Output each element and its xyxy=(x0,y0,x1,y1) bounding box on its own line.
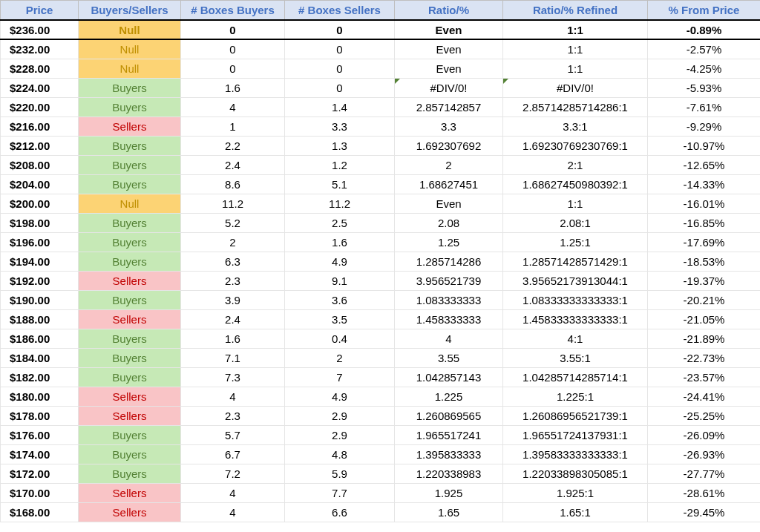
cell-price[interactable]: $192.00 xyxy=(1,271,79,290)
cell-boxes-sellers[interactable]: 3.5 xyxy=(285,309,395,329)
cell-ratio-refined[interactable]: 1.25:1 xyxy=(503,232,648,252)
cell-ratio[interactable]: 1.285714286 xyxy=(395,252,503,271)
cell-ratio-refined[interactable]: 1.225:1 xyxy=(503,387,648,406)
cell-buyers-sellers[interactable]: Sellers xyxy=(79,406,181,425)
cell-buyers-sellers[interactable]: Sellers xyxy=(79,116,181,136)
cell-boxes-buyers[interactable]: 8.6 xyxy=(181,174,285,194)
header-pct-from-price[interactable]: % From Price xyxy=(648,1,761,21)
cell-pct-from-price[interactable]: -19.37% xyxy=(648,271,761,290)
cell-boxes-buyers[interactable]: 11.2 xyxy=(181,194,285,213)
cell-ratio-refined[interactable]: 1.69230769230769:1 xyxy=(503,136,648,155)
cell-ratio-refined[interactable]: 3.95652173913044:1 xyxy=(503,271,648,290)
cell-pct-from-price[interactable]: -2.57% xyxy=(648,39,761,59)
cell-ratio[interactable]: 2.857142857 xyxy=(395,97,503,116)
cell-ratio[interactable]: #DIV/0! xyxy=(395,78,503,97)
cell-ratio[interactable]: Even xyxy=(395,20,503,39)
cell-price[interactable]: $224.00 xyxy=(1,78,79,97)
cell-pct-from-price[interactable]: -12.65% xyxy=(648,155,761,174)
cell-pct-from-price[interactable]: -18.53% xyxy=(648,252,761,271)
cell-ratio[interactable]: Even xyxy=(395,39,503,59)
cell-boxes-sellers[interactable]: 4.9 xyxy=(285,387,395,406)
cell-pct-from-price[interactable]: -17.69% xyxy=(648,232,761,252)
cell-ratio[interactable]: 1.692307692 xyxy=(395,136,503,155)
cell-pct-from-price[interactable]: -29.45% xyxy=(648,502,761,522)
cell-pct-from-price[interactable]: -16.01% xyxy=(648,194,761,213)
cell-boxes-buyers[interactable]: 2.4 xyxy=(181,155,285,174)
cell-boxes-sellers[interactable]: 3.6 xyxy=(285,290,395,309)
cell-price[interactable]: $168.00 xyxy=(1,502,79,522)
cell-buyers-sellers[interactable]: Buyers xyxy=(79,444,181,464)
cell-pct-from-price[interactable]: -20.21% xyxy=(648,290,761,309)
cell-price[interactable]: $190.00 xyxy=(1,290,79,309)
header-ratio-refined[interactable]: Ratio/% Refined xyxy=(503,1,648,21)
cell-price[interactable]: $184.00 xyxy=(1,348,79,367)
cell-boxes-sellers[interactable]: 1.3 xyxy=(285,136,395,155)
cell-buyers-sellers[interactable]: Buyers xyxy=(79,348,181,367)
cell-ratio[interactable]: 1.25 xyxy=(395,232,503,252)
cell-boxes-sellers[interactable]: 3.3 xyxy=(285,116,395,136)
cell-boxes-sellers[interactable]: 0 xyxy=(285,78,395,97)
cell-boxes-sellers[interactable]: 1.2 xyxy=(285,155,395,174)
cell-boxes-sellers[interactable]: 11.2 xyxy=(285,194,395,213)
header-boxes-buyers[interactable]: # Boxes Buyers xyxy=(181,1,285,21)
cell-boxes-buyers[interactable]: 0 xyxy=(181,20,285,39)
cell-boxes-buyers[interactable]: 1.6 xyxy=(181,329,285,348)
cell-boxes-sellers[interactable]: 2.9 xyxy=(285,406,395,425)
cell-ratio-refined[interactable]: 2:1 xyxy=(503,155,648,174)
cell-price[interactable]: $170.00 xyxy=(1,483,79,502)
cell-ratio-refined[interactable]: 2.85714285714286:1 xyxy=(503,97,648,116)
cell-ratio[interactable]: 1.225 xyxy=(395,387,503,406)
cell-pct-from-price[interactable]: -28.61% xyxy=(648,483,761,502)
cell-ratio-refined[interactable]: 1.96551724137931:1 xyxy=(503,425,648,444)
cell-boxes-buyers[interactable]: 4 xyxy=(181,387,285,406)
cell-ratio[interactable]: Even xyxy=(395,194,503,213)
cell-boxes-sellers[interactable]: 2.5 xyxy=(285,213,395,232)
header-boxes-sellers[interactable]: # Boxes Sellers xyxy=(285,1,395,21)
cell-price[interactable]: $180.00 xyxy=(1,387,79,406)
cell-boxes-buyers[interactable]: 5.7 xyxy=(181,425,285,444)
cell-price[interactable]: $194.00 xyxy=(1,252,79,271)
cell-pct-from-price[interactable]: -24.41% xyxy=(648,387,761,406)
cell-boxes-buyers[interactable]: 0 xyxy=(181,39,285,59)
cell-ratio-refined[interactable]: 1.45833333333333:1 xyxy=(503,309,648,329)
cell-boxes-sellers[interactable]: 0 xyxy=(285,39,395,59)
cell-boxes-sellers[interactable]: 2.9 xyxy=(285,425,395,444)
cell-price[interactable]: $228.00 xyxy=(1,59,79,78)
cell-price[interactable]: $232.00 xyxy=(1,39,79,59)
cell-boxes-sellers[interactable]: 1.4 xyxy=(285,97,395,116)
cell-buyers-sellers[interactable]: Sellers xyxy=(79,271,181,290)
cell-pct-from-price[interactable]: -14.33% xyxy=(648,174,761,194)
cell-price[interactable]: $196.00 xyxy=(1,232,79,252)
cell-boxes-buyers[interactable]: 6.3 xyxy=(181,252,285,271)
cell-ratio[interactable]: 1.65 xyxy=(395,502,503,522)
cell-ratio-refined[interactable]: 1.39583333333333:1 xyxy=(503,444,648,464)
cell-ratio[interactable]: 1.220338983 xyxy=(395,464,503,483)
cell-pct-from-price[interactable]: -10.97% xyxy=(648,136,761,155)
cell-buyers-sellers[interactable]: Sellers xyxy=(79,309,181,329)
cell-ratio[interactable]: 1.042857143 xyxy=(395,367,503,387)
cell-buyers-sellers[interactable]: Buyers xyxy=(79,136,181,155)
cell-boxes-buyers[interactable]: 0 xyxy=(181,59,285,78)
cell-buyers-sellers[interactable]: Buyers xyxy=(79,425,181,444)
cell-ratio[interactable]: 1.260869565 xyxy=(395,406,503,425)
cell-ratio[interactable]: 1.965517241 xyxy=(395,425,503,444)
cell-boxes-buyers[interactable]: 3.9 xyxy=(181,290,285,309)
cell-boxes-sellers[interactable]: 7 xyxy=(285,367,395,387)
cell-boxes-buyers[interactable]: 2.3 xyxy=(181,271,285,290)
cell-ratio-refined[interactable]: #DIV/0! xyxy=(503,78,648,97)
cell-boxes-buyers[interactable]: 4 xyxy=(181,502,285,522)
cell-pct-from-price[interactable]: -7.61% xyxy=(648,97,761,116)
cell-ratio[interactable]: 2.08 xyxy=(395,213,503,232)
header-price[interactable]: Price xyxy=(1,1,79,21)
cell-boxes-sellers[interactable]: 0 xyxy=(285,59,395,78)
cell-buyers-sellers[interactable]: Buyers xyxy=(79,329,181,348)
cell-pct-from-price[interactable]: -0.89% xyxy=(648,20,761,39)
cell-boxes-sellers[interactable]: 0.4 xyxy=(285,329,395,348)
cell-pct-from-price[interactable]: -27.77% xyxy=(648,464,761,483)
cell-ratio[interactable]: 1.083333333 xyxy=(395,290,503,309)
cell-ratio-refined[interactable]: 1:1 xyxy=(503,39,648,59)
cell-pct-from-price[interactable]: -21.89% xyxy=(648,329,761,348)
cell-ratio-refined[interactable]: 1.65:1 xyxy=(503,502,648,522)
cell-buyers-sellers[interactable]: Buyers xyxy=(79,367,181,387)
cell-boxes-sellers[interactable]: 9.1 xyxy=(285,271,395,290)
